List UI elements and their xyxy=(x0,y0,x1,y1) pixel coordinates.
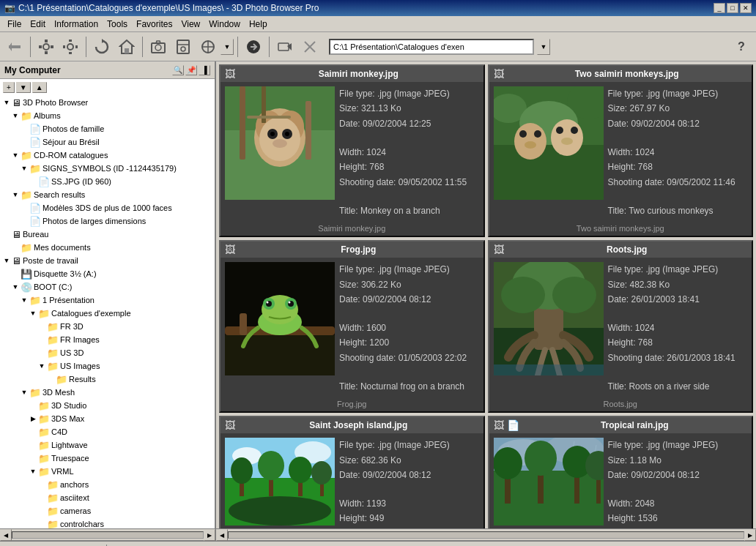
toolbar-extra-dropdown[interactable]: ▼ xyxy=(220,39,234,55)
tree-toggle-search[interactable]: ▼ xyxy=(12,191,19,198)
toolbar-settings-button[interactable] xyxy=(34,35,58,59)
tree-item-bureau[interactable]: 🖥 Bureau xyxy=(1,228,213,241)
card-2-image xyxy=(494,86,604,200)
menu-favorites[interactable]: Favorites xyxy=(132,18,177,31)
toolbar-help-button[interactable]: ? xyxy=(730,35,753,59)
tree-item-mes-docs[interactable]: 📁 Mes documents xyxy=(1,241,213,254)
tree-item-ss[interactable]: 📄 SS.JPG (ID 960) xyxy=(1,175,213,188)
path-input[interactable] xyxy=(329,39,534,55)
gallery-card-6[interactable]: 🖼 📄 Tropical rain.jpg xyxy=(488,416,754,528)
tree-item-asciitext[interactable]: 📁 asciitext xyxy=(1,491,213,504)
toolbar-extra-button[interactable] xyxy=(196,35,220,59)
tree-toggle-poste[interactable]: ▼ xyxy=(3,257,10,264)
toolbar-stop-button[interactable] xyxy=(298,35,322,59)
menu-window[interactable]: Window xyxy=(204,18,245,31)
tree-item-catalogues[interactable]: ▼ 📁 Catalogues d'exemple xyxy=(1,307,213,320)
tree-toggle-3dsmax[interactable]: ▶ xyxy=(29,415,37,422)
tree-item-sejour[interactable]: 📄 Séjour au Brésil xyxy=(1,135,213,149)
tree-item-us-images[interactable]: ▼ 📁 US Images xyxy=(1,359,213,373)
title-bar-controls[interactable]: _ □ ✕ xyxy=(714,3,752,13)
tree-toggle-albums[interactable]: ▼ xyxy=(12,112,19,119)
toolbar-refresh-button[interactable] xyxy=(90,35,114,59)
tree-collapse-button[interactable]: ▲ xyxy=(32,82,47,93)
folder-icon-c4d: 📁 xyxy=(38,427,50,438)
card-4-date: Date: 26/01/2003 18:41 xyxy=(608,292,735,307)
tree-item-lightwave[interactable]: 📁 Lightwave xyxy=(1,438,213,452)
tree-item-truespace[interactable]: 📁 Truespace xyxy=(1,452,213,465)
tree-item-3dstudio[interactable]: 📁 3D Studio xyxy=(1,399,213,412)
path-dropdown-button[interactable]: ▼ xyxy=(537,39,550,55)
menu-help[interactable]: Help xyxy=(245,18,272,31)
tree-toggle-cdrom[interactable]: ▼ xyxy=(12,152,19,159)
card-4-width: Width: 1024 xyxy=(608,321,735,335)
tree-item-vrml[interactable]: ▼ 📁 VRML xyxy=(1,465,213,478)
gallery-scroll-wrap[interactable]: 🖼 Saimiri monkey.jpg xyxy=(216,61,756,528)
card-4-body: File type: .jpg (Image JPEG) Size: 482.3… xyxy=(489,258,752,398)
menu-tools[interactable]: Tools xyxy=(103,18,132,31)
h-scroll-left[interactable]: ◀ ▶ xyxy=(0,529,216,540)
tree-toggle-1pres[interactable]: ▼ xyxy=(21,296,28,304)
tree-item-boot[interactable]: ▼ 💿 BOOT (C:) xyxy=(1,280,213,293)
tree-item-albums[interactable]: ▼ 📁 Albums xyxy=(1,109,213,122)
menu-information[interactable]: Information xyxy=(50,18,103,31)
tree-item-controlchars[interactable]: 📁 controlchars xyxy=(1,517,213,528)
toolbar-settings2-button[interactable] xyxy=(59,35,82,59)
h-scroll-right-btn3[interactable]: ▶ xyxy=(744,529,756,541)
tree-new-button[interactable]: + xyxy=(3,82,15,93)
close-button[interactable]: ✕ xyxy=(740,3,752,13)
tree-toggle-signs[interactable]: ▼ xyxy=(21,165,28,172)
tree-item-signs[interactable]: ▼ 📁 SIGNS_SYMBOLS (ID -1124435179) xyxy=(1,162,213,175)
tree-item-3dsmax[interactable]: ▶ 📁 3DS Max xyxy=(1,412,213,425)
minimize-button[interactable]: _ xyxy=(714,3,725,13)
tree-toggle-catalogues[interactable]: ▼ xyxy=(29,310,37,317)
toolbar-camera-button[interactable] xyxy=(147,35,170,59)
gallery-card-1[interactable]: 🖼 Saimiri monkey.jpg xyxy=(219,64,485,237)
tree-item-cdrom[interactable]: ▼ 📁 CD-ROM catalogues xyxy=(1,149,213,162)
tree-item-search[interactable]: ▼ 📁 Search results xyxy=(1,188,213,201)
tree-item-cameras[interactable]: 📁 cameras xyxy=(1,504,213,517)
tree-item-modeles[interactable]: 📄 Modèles 3DS de plus de 1000 faces xyxy=(1,201,213,214)
gallery-card-3[interactable]: 🖼 Frog.jpg xyxy=(219,240,485,413)
tree-item-photos-larges[interactable]: 📄 Photos de larges dimensions xyxy=(1,214,213,228)
panel-search-button[interactable]: 🔍 xyxy=(172,65,184,75)
tree-expand-button[interactable]: ▼ xyxy=(16,82,31,93)
tree-item-c4d[interactable]: 📁 C4D xyxy=(1,425,213,438)
tree-item-anchors[interactable]: 📁 anchors xyxy=(1,478,213,491)
tree-item-fr3d[interactable]: 📁 FR 3D xyxy=(1,320,213,333)
toolbar-scan-button[interactable] xyxy=(171,35,195,59)
h-scroll-right-btn1[interactable]: ▶ xyxy=(204,529,215,541)
toolbar-process-button[interactable] xyxy=(242,35,265,59)
tree-item-3dpb[interactable]: ▼ 🖥 3D Photo Browser xyxy=(1,96,213,109)
tree-toggle-3dmesh[interactable]: ▼ xyxy=(21,389,28,396)
menu-edit[interactable]: Edit xyxy=(26,18,50,31)
tree-item-fr-images[interactable]: 📁 FR Images xyxy=(1,333,213,346)
card-3-image xyxy=(225,262,335,375)
panel-minimize-button[interactable]: ▐ xyxy=(199,65,210,75)
toolbar-share-button[interactable] xyxy=(273,35,297,59)
h-scroll-left-btn[interactable]: ◀ xyxy=(0,529,12,541)
gallery-card-4[interactable]: 🖼 Roots.jpg xyxy=(488,240,754,413)
tree-toggle-vrml[interactable]: ▼ xyxy=(29,468,37,475)
menu-file[interactable]: File xyxy=(3,18,26,31)
tree-item-results[interactable]: 📁 Results xyxy=(1,373,213,386)
tree-item-us3d[interactable]: 📁 US 3D xyxy=(1,346,213,359)
tree-item-poste[interactable]: ▼ 🖥 Poste de travail xyxy=(1,254,213,267)
menu-view[interactable]: View xyxy=(177,18,204,31)
tree-toggle-boot[interactable]: ▼ xyxy=(12,283,19,291)
panel-pin-button[interactable]: 📌 xyxy=(185,65,197,75)
toolbar-back-button[interactable] xyxy=(3,35,26,59)
card-5-date: Date: 09/02/2004 08:12 xyxy=(339,468,450,482)
tree-toggle-us-images[interactable]: ▼ xyxy=(38,362,45,370)
maximize-button[interactable]: □ xyxy=(727,3,738,13)
gallery-card-2[interactable]: 🖼 Two saimiri monkeys.jpg xyxy=(488,64,754,237)
h-scroll-right[interactable]: ◀ ▶ xyxy=(216,529,756,540)
tree-item-disquette[interactable]: 💾 Disquette 3½ (A:) xyxy=(1,267,213,280)
tree-container[interactable]: + ▼ ▲ ▼ 🖥 3D Photo Browser ▼ 📁 Albums xyxy=(0,79,215,528)
tree-toggle-3dpb[interactable]: ▼ xyxy=(3,99,10,106)
tree-item-3dmesh[interactable]: ▼ 📁 3D Mesh xyxy=(1,386,213,399)
gallery-card-5[interactable]: 🖼 Saint Joseph island.jpg xyxy=(219,416,485,528)
tree-item-photos-famille[interactable]: 📄 Photos de famille xyxy=(1,122,213,135)
tree-item-1pres[interactable]: ▼ 📁 1 Présentation xyxy=(1,293,213,307)
toolbar-home-button[interactable] xyxy=(115,35,138,59)
h-scroll-right-btn2[interactable]: ◀ xyxy=(216,529,228,541)
